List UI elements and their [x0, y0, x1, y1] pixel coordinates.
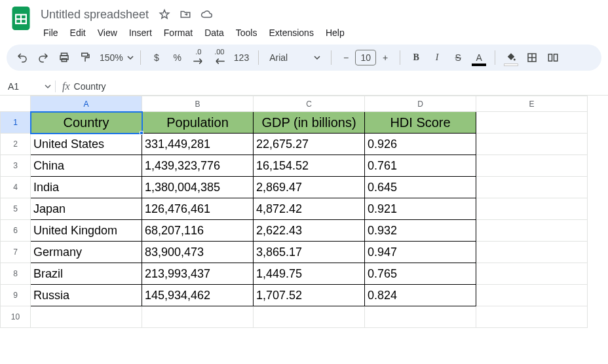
print-button[interactable] — [55, 48, 73, 67]
cell-D5[interactable]: 0.921 — [365, 198, 476, 220]
row-header-3[interactable]: 3 — [1, 155, 31, 177]
menu-file[interactable]: File — [38, 25, 64, 41]
cell-E5[interactable] — [476, 198, 588, 220]
cell-C3[interactable]: 16,154.52 — [254, 155, 365, 177]
menu-view[interactable]: View — [92, 25, 123, 41]
cell-A2[interactable]: United States — [31, 134, 142, 155]
row-header-8[interactable]: 8 — [1, 263, 31, 285]
fill-color-button[interactable] — [502, 48, 520, 67]
cell-E7[interactable] — [476, 242, 588, 263]
bold-button[interactable]: B — [407, 48, 425, 67]
col-header-A[interactable]: A — [31, 96, 142, 112]
borders-button[interactable] — [523, 48, 541, 67]
spreadsheet-grid[interactable]: A B C D E 1 Country Population GDP (in b… — [0, 96, 608, 328]
select-all-corner[interactable] — [1, 96, 31, 112]
col-header-C[interactable]: C — [254, 96, 365, 112]
cell-A7[interactable]: Germany — [31, 242, 142, 263]
cell-E3[interactable] — [476, 155, 588, 177]
row-header-10[interactable]: 10 — [1, 306, 31, 328]
cell-C5[interactable]: 4,872.42 — [254, 198, 365, 220]
increase-decimal-button[interactable]: .00 — [210, 48, 229, 67]
undo-button[interactable] — [13, 48, 31, 67]
cell-B6[interactable]: 68,207,116 — [142, 220, 254, 242]
cell-D8[interactable]: 0.765 — [365, 263, 476, 285]
text-color-button[interactable]: A — [470, 48, 488, 67]
cell-E9[interactable] — [476, 285, 588, 306]
cell-E1[interactable] — [476, 112, 588, 134]
cell-B1[interactable]: Population — [142, 112, 254, 134]
currency-format-button[interactable]: $ — [147, 48, 166, 67]
cell-B3[interactable]: 1,439,323,776 — [142, 155, 254, 177]
cell-D7[interactable]: 0.947 — [365, 242, 476, 263]
cell-E4[interactable] — [476, 177, 588, 198]
cell-E2[interactable] — [476, 134, 588, 155]
cell-A8[interactable]: Brazil — [31, 263, 142, 285]
cell-C8[interactable]: 1,449.75 — [254, 263, 365, 285]
cell-D4[interactable]: 0.645 — [365, 177, 476, 198]
cell-C10[interactable] — [254, 306, 365, 328]
row-header-9[interactable]: 9 — [1, 285, 31, 306]
sheets-logo[interactable] — [8, 5, 34, 31]
font-family-dropdown[interactable]: Arial — [265, 52, 324, 63]
strikethrough-button[interactable]: S — [449, 48, 467, 67]
menu-format[interactable]: Format — [159, 25, 198, 41]
row-header-5[interactable]: 5 — [1, 198, 31, 220]
cell-B7[interactable]: 83,900,473 — [142, 242, 254, 263]
name-box[interactable]: A1 — [3, 81, 55, 92]
cell-A1[interactable]: Country — [31, 112, 142, 134]
menu-data[interactable]: Data — [199, 25, 229, 41]
cell-B10[interactable] — [142, 306, 254, 328]
cell-C9[interactable]: 1,707.52 — [254, 285, 365, 306]
cell-C4[interactable]: 2,869.47 — [254, 177, 365, 198]
cell-B4[interactable]: 1,380,004,385 — [142, 177, 254, 198]
cell-A4[interactable]: India — [31, 177, 142, 198]
cell-A6[interactable]: United Kingdom — [31, 220, 142, 242]
decrease-decimal-button[interactable]: .0 — [189, 48, 208, 67]
doc-title[interactable]: Untitled spreadsheet — [38, 8, 151, 22]
cell-C6[interactable]: 2,622.43 — [254, 220, 365, 242]
cell-D6[interactable]: 0.932 — [365, 220, 476, 242]
cell-D2[interactable]: 0.926 — [365, 134, 476, 155]
font-size-input[interactable]: 10 — [355, 50, 376, 65]
zoom-dropdown[interactable]: 150% — [97, 52, 134, 63]
menu-insert[interactable]: Insert — [124, 25, 157, 41]
percent-format-button[interactable]: % — [168, 48, 187, 67]
cell-B9[interactable]: 145,934,462 — [142, 285, 254, 306]
cell-C7[interactable]: 3,865.17 — [254, 242, 365, 263]
cell-D1[interactable]: HDI Score — [365, 112, 476, 134]
cell-D10[interactable] — [365, 306, 476, 328]
col-header-D[interactable]: D — [365, 96, 476, 112]
col-header-E[interactable]: E — [476, 96, 588, 112]
redo-button[interactable] — [34, 48, 52, 67]
star-icon[interactable] — [158, 9, 171, 20]
menu-extensions[interactable]: Extensions — [263, 25, 318, 41]
menu-tools[interactable]: Tools — [231, 25, 263, 41]
cell-B5[interactable]: 126,476,461 — [142, 198, 254, 220]
row-header-4[interactable]: 4 — [1, 177, 31, 198]
cell-A9[interactable]: Russia — [31, 285, 142, 306]
row-header-7[interactable]: 7 — [1, 242, 31, 263]
cell-E6[interactable] — [476, 220, 588, 242]
cell-A5[interactable]: Japan — [31, 198, 142, 220]
row-header-2[interactable]: 2 — [1, 134, 31, 155]
cloud-status-icon[interactable] — [200, 9, 213, 20]
font-size-decrease-button[interactable]: − — [338, 52, 354, 63]
merge-cells-button[interactable] — [544, 48, 562, 67]
cell-E8[interactable] — [476, 263, 588, 285]
cell-A10[interactable] — [31, 306, 142, 328]
formula-input[interactable]: Country — [74, 81, 106, 92]
cell-D3[interactable]: 0.761 — [365, 155, 476, 177]
col-header-B[interactable]: B — [142, 96, 254, 112]
cell-A3[interactable]: China — [31, 155, 142, 177]
cell-E10[interactable] — [476, 306, 588, 328]
cell-B2[interactable]: 331,449,281 — [142, 134, 254, 155]
italic-button[interactable]: I — [428, 48, 446, 67]
paint-format-button[interactable] — [76, 48, 94, 67]
move-folder-icon[interactable] — [179, 9, 192, 20]
cell-C1[interactable]: GDP (in billions) — [254, 112, 365, 134]
menu-help[interactable]: Help — [320, 25, 350, 41]
cell-D9[interactable]: 0.824 — [365, 285, 476, 306]
cell-B8[interactable]: 213,993,437 — [142, 263, 254, 285]
cell-C2[interactable]: 22,675.27 — [254, 134, 365, 155]
row-header-6[interactable]: 6 — [1, 220, 31, 242]
